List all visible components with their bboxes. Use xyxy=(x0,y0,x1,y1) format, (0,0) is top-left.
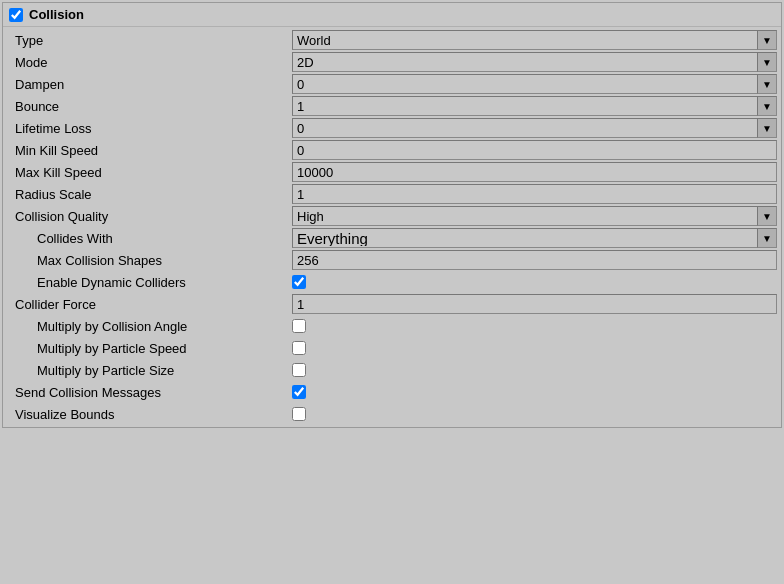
enable-dynamic-colliders-container xyxy=(292,275,777,289)
panel-header: Collision xyxy=(3,3,781,27)
mode-label: Mode xyxy=(7,55,292,70)
mode-select-wrapper: 2D 3D ▼ xyxy=(292,52,777,72)
enable-dynamic-colliders-control xyxy=(292,275,777,289)
bounce-row: Bounce 1 ▼ xyxy=(7,95,777,117)
multiply-by-collision-angle-row: Multiply by Collision Angle xyxy=(7,315,777,337)
min-kill-speed-label: Min Kill Speed xyxy=(7,143,292,158)
send-collision-messages-container xyxy=(292,385,777,399)
collider-force-control xyxy=(292,294,777,314)
send-collision-messages-control xyxy=(292,385,777,399)
multiply-by-collision-angle-control xyxy=(292,319,777,333)
send-collision-messages-label: Send Collision Messages xyxy=(7,385,292,400)
multiply-by-particle-speed-checkbox[interactable] xyxy=(292,341,306,355)
mode-select[interactable]: 2D 3D xyxy=(292,52,777,72)
collider-force-row: Collider Force xyxy=(7,293,777,315)
type-select-wrapper: World Planes ▼ xyxy=(292,30,777,50)
collision-panel: Collision Type World Planes ▼ Mode xyxy=(2,2,782,428)
collider-force-label: Collider Force xyxy=(7,297,292,312)
min-kill-speed-input[interactable] xyxy=(292,140,777,160)
max-kill-speed-row: Max Kill Speed xyxy=(7,161,777,183)
enable-dynamic-colliders-checkbox[interactable] xyxy=(292,275,306,289)
lifetime-loss-control: 0 ▼ xyxy=(292,118,777,138)
min-kill-speed-row: Min Kill Speed xyxy=(7,139,777,161)
visualize-bounds-container xyxy=(292,407,777,421)
panel-title: Collision xyxy=(29,7,84,22)
collision-quality-select-wrapper: High Medium Low ▼ xyxy=(292,206,777,226)
max-collision-shapes-label: Max Collision Shapes xyxy=(7,253,292,268)
type-row: Type World Planes ▼ xyxy=(7,29,777,51)
max-collision-shapes-control xyxy=(292,250,777,270)
collision-quality-label: Collision Quality xyxy=(7,209,292,224)
multiply-by-particle-size-label: Multiply by Particle Size xyxy=(7,363,292,378)
multiply-by-particle-speed-row: Multiply by Particle Speed xyxy=(7,337,777,359)
collides-with-select-wrapper: Everything Nothing ▼ xyxy=(292,228,777,248)
mode-row: Mode 2D 3D ▼ xyxy=(7,51,777,73)
multiply-by-particle-size-checkbox[interactable] xyxy=(292,363,306,377)
type-control: World Planes ▼ xyxy=(292,30,777,50)
multiply-by-particle-speed-container xyxy=(292,341,777,355)
radius-scale-input[interactable] xyxy=(292,184,777,204)
dampen-row: Dampen 0 ▼ xyxy=(7,73,777,95)
bounce-select[interactable]: 1 xyxy=(292,96,777,116)
mode-control: 2D 3D ▼ xyxy=(292,52,777,72)
dampen-label: Dampen xyxy=(7,77,292,92)
multiply-by-collision-angle-container xyxy=(292,319,777,333)
collision-quality-select[interactable]: High Medium Low xyxy=(292,206,777,226)
max-kill-speed-label: Max Kill Speed xyxy=(7,165,292,180)
min-kill-speed-control xyxy=(292,140,777,160)
multiply-by-particle-size-control xyxy=(292,363,777,377)
send-collision-messages-row: Send Collision Messages xyxy=(7,381,777,403)
max-kill-speed-control xyxy=(292,162,777,182)
send-collision-messages-checkbox[interactable] xyxy=(292,385,306,399)
collides-with-select[interactable]: Everything Nothing xyxy=(292,228,777,248)
collision-enable-checkbox[interactable] xyxy=(9,8,23,22)
type-select[interactable]: World Planes xyxy=(292,30,777,50)
visualize-bounds-row: Visualize Bounds xyxy=(7,403,777,425)
dampen-control: 0 ▼ xyxy=(292,74,777,94)
radius-scale-control xyxy=(292,184,777,204)
dampen-select[interactable]: 0 xyxy=(292,74,777,94)
collider-force-input[interactable] xyxy=(292,294,777,314)
visualize-bounds-checkbox[interactable] xyxy=(292,407,306,421)
type-label: Type xyxy=(7,33,292,48)
max-collision-shapes-row: Max Collision Shapes xyxy=(7,249,777,271)
bounce-select-wrapper: 1 ▼ xyxy=(292,96,777,116)
collides-with-label: Collides With xyxy=(7,231,292,246)
max-kill-speed-input[interactable] xyxy=(292,162,777,182)
visualize-bounds-label: Visualize Bounds xyxy=(7,407,292,422)
max-collision-shapes-input[interactable] xyxy=(292,250,777,270)
lifetime-loss-select-wrapper: 0 ▼ xyxy=(292,118,777,138)
multiply-by-collision-angle-label: Multiply by Collision Angle xyxy=(7,319,292,334)
multiply-by-particle-speed-label: Multiply by Particle Speed xyxy=(7,341,292,356)
enable-dynamic-colliders-row: Enable Dynamic Colliders xyxy=(7,271,777,293)
visualize-bounds-control xyxy=(292,407,777,421)
collision-quality-control: High Medium Low ▼ xyxy=(292,206,777,226)
radius-scale-row: Radius Scale xyxy=(7,183,777,205)
radius-scale-label: Radius Scale xyxy=(7,187,292,202)
collides-with-row: Collides With Everything Nothing ▼ xyxy=(7,227,777,249)
multiply-by-particle-speed-control xyxy=(292,341,777,355)
dampen-select-wrapper: 0 ▼ xyxy=(292,74,777,94)
bounce-control: 1 ▼ xyxy=(292,96,777,116)
bounce-label: Bounce xyxy=(7,99,292,114)
multiply-by-particle-size-row: Multiply by Particle Size xyxy=(7,359,777,381)
lifetime-loss-select[interactable]: 0 xyxy=(292,118,777,138)
lifetime-loss-row: Lifetime Loss 0 ▼ xyxy=(7,117,777,139)
collision-quality-row: Collision Quality High Medium Low ▼ xyxy=(7,205,777,227)
enable-dynamic-colliders-label: Enable Dynamic Colliders xyxy=(7,275,292,290)
multiply-by-collision-angle-checkbox[interactable] xyxy=(292,319,306,333)
lifetime-loss-label: Lifetime Loss xyxy=(7,121,292,136)
multiply-by-particle-size-container xyxy=(292,363,777,377)
collides-with-control: Everything Nothing ▼ xyxy=(292,228,777,248)
panel-content: Type World Planes ▼ Mode 2D 3D xyxy=(3,27,781,427)
